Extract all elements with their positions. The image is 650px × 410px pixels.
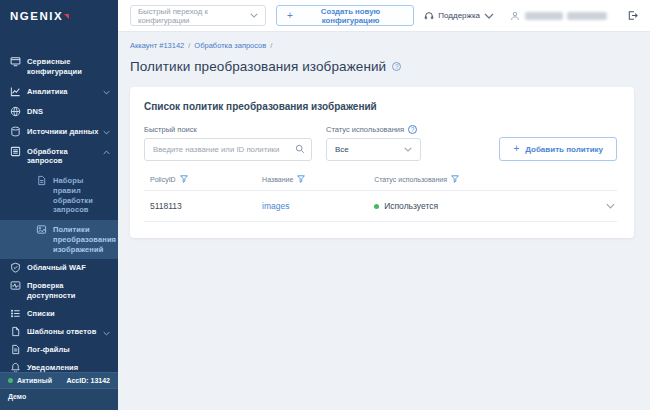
breadcrumb-account-link[interactable]: Аккаунт #13142 bbox=[130, 41, 184, 50]
plus-icon: + bbox=[513, 144, 519, 154]
sidebar-item-notifications[interactable]: Уведомления bbox=[0, 359, 118, 372]
user-icon bbox=[510, 7, 520, 25]
sidebar: NGENIX Сервисные конфигурации Аналитика … bbox=[0, 0, 118, 410]
help-icon[interactable]: ? bbox=[392, 62, 401, 71]
brand-logo[interactable]: NGENIX bbox=[0, 0, 118, 32]
chevron-down-icon bbox=[484, 11, 494, 21]
globe-icon bbox=[10, 106, 21, 117]
sidebar-item-data-sources[interactable]: Источники данных bbox=[0, 122, 118, 142]
account-status-row: Активный AccID: 13142 bbox=[0, 372, 118, 388]
sidebar-item-service-configs[interactable]: Сервисные конфигурации bbox=[0, 52, 118, 82]
chart-icon bbox=[10, 86, 21, 97]
chevron-down-icon bbox=[103, 130, 110, 135]
quick-search-group: Быстрый поиск bbox=[144, 125, 312, 161]
column-header-policyid: PolicyID bbox=[150, 176, 176, 183]
create-config-button[interactable]: + Создать новую конфигурацию bbox=[276, 5, 414, 26]
status-filter-value: Все bbox=[335, 145, 349, 154]
add-policy-label: Добавить политику bbox=[525, 145, 603, 154]
account-status-label: Активный bbox=[17, 377, 52, 384]
sidebar-item-dns[interactable]: DNS bbox=[0, 102, 118, 122]
sidebar-item-image-policies[interactable]: Политики преобразования изображений bbox=[0, 220, 118, 259]
content-area: Аккаунт #13142 / Обработка запросов / По… bbox=[118, 32, 650, 410]
breadcrumb: Аккаунт #13142 / Обработка запросов / bbox=[130, 41, 634, 50]
topbar-right: Поддержка bbox=[424, 7, 638, 25]
sidebar-footer-fill bbox=[0, 404, 118, 410]
create-config-label: Создать новую конфигурацию bbox=[298, 7, 404, 25]
chevron-down-icon bbox=[103, 90, 110, 95]
status-filter-label: Статус использования bbox=[326, 125, 404, 134]
image-icon bbox=[36, 224, 47, 235]
headset-icon bbox=[424, 7, 434, 25]
policies-card: Список политик преобразования изображени… bbox=[130, 87, 634, 238]
status-dot-icon bbox=[8, 378, 13, 383]
plus-icon: + bbox=[287, 11, 293, 21]
add-policy-button[interactable]: + Добавить политику bbox=[499, 137, 617, 161]
column-header-status: Статус использования bbox=[374, 176, 447, 183]
table-header-row: PolicyID Название Статус использования bbox=[144, 175, 617, 190]
brand-logo-text: NGENIX bbox=[10, 10, 63, 22]
topbar: Быстрый переход к конфигурации + Создать… bbox=[118, 0, 650, 32]
bell-icon bbox=[10, 362, 21, 372]
chevron-down-icon bbox=[250, 13, 258, 18]
database-icon bbox=[10, 126, 21, 137]
sidebar-item-rulesets[interactable]: Наборы правил обработки запросов bbox=[0, 171, 118, 220]
environment-label: Демо bbox=[8, 393, 26, 400]
row-expand-chevron-icon[interactable] bbox=[606, 203, 617, 209]
breadcrumb-request-processing-link[interactable]: Обработка запросов bbox=[194, 41, 266, 50]
sidebar-item-request-processing[interactable]: Обработка запросов bbox=[0, 142, 118, 172]
app-window: NGENIX Сервисные конфигурации Аналитика … bbox=[0, 0, 650, 410]
status-help-icon[interactable]: ? bbox=[408, 125, 417, 134]
breadcrumb-separator: / bbox=[188, 41, 190, 50]
environment-row[interactable]: Демо bbox=[0, 388, 118, 404]
quick-search-label: Быстрый поиск bbox=[144, 125, 312, 134]
card-heading: Список политик преобразования изображени… bbox=[144, 101, 617, 112]
policy-name-link[interactable]: images bbox=[262, 201, 289, 211]
chevron-down-icon bbox=[103, 331, 110, 336]
ruleset-icon bbox=[36, 175, 47, 186]
file-icon bbox=[10, 344, 21, 355]
policies-table: PolicyID Название Статус использования bbox=[144, 175, 617, 222]
main-column: Быстрый переход к конфигурации + Создать… bbox=[118, 0, 650, 410]
page-title: Политики преобразования изображений bbox=[130, 59, 386, 74]
account-id: AccID: 13142 bbox=[66, 377, 110, 384]
breadcrumb-separator: / bbox=[270, 41, 272, 50]
status-filter-select[interactable]: Все bbox=[326, 138, 421, 161]
request-processing-icon bbox=[10, 146, 21, 157]
support-menu[interactable]: Поддержка bbox=[424, 7, 494, 25]
sidebar-item-lists[interactable]: Списки bbox=[0, 305, 118, 323]
sidebar-item-log-files[interactable]: Лог-файлы bbox=[0, 341, 118, 359]
quick-config-placeholder: Быстрый переход к конфигурации bbox=[138, 7, 250, 25]
filter-funnel-icon[interactable] bbox=[297, 175, 305, 183]
sidebar-footer: Активный AccID: 13142 Демо bbox=[0, 372, 118, 410]
chevron-down-icon bbox=[404, 147, 412, 152]
availability-icon bbox=[10, 280, 21, 291]
sidebar-nav: Сервисные конфигурации Аналитика DNS Ист… bbox=[0, 32, 118, 372]
search-input[interactable] bbox=[144, 138, 312, 161]
search-icon bbox=[295, 144, 305, 154]
cell-status: Используется bbox=[384, 201, 438, 211]
table-row: 5118113 images Используется bbox=[144, 190, 617, 222]
brand-logo-accent-icon bbox=[64, 14, 69, 19]
filter-row: Быстрый поиск Статус использования ? Все bbox=[144, 125, 617, 161]
list-icon bbox=[10, 308, 21, 319]
filter-funnel-icon[interactable] bbox=[451, 175, 459, 183]
user-name-redacted bbox=[525, 12, 607, 20]
cell-policy-id: 5118113 bbox=[150, 201, 262, 211]
status-dot-icon bbox=[374, 204, 379, 209]
sidebar-item-response-templates[interactable]: Шаблоны ответов bbox=[0, 323, 118, 341]
quick-config-select[interactable]: Быстрый переход к конфигурации bbox=[130, 5, 266, 26]
logout-button[interactable] bbox=[627, 10, 638, 21]
filter-funnel-icon[interactable] bbox=[180, 175, 188, 183]
status-filter-group: Статус использования ? Все bbox=[326, 125, 421, 161]
sidebar-item-availability-check[interactable]: Проверка доступности bbox=[0, 277, 118, 305]
chevron-up-icon bbox=[103, 150, 110, 155]
user-menu[interactable] bbox=[510, 7, 607, 25]
shield-icon bbox=[10, 262, 21, 273]
page-title-row: Политики преобразования изображений ? bbox=[130, 59, 634, 74]
monitor-icon bbox=[10, 56, 21, 67]
column-header-name: Название bbox=[262, 176, 293, 183]
sidebar-item-cloud-waf[interactable]: Облачный WAF bbox=[0, 259, 118, 277]
support-label: Поддержка bbox=[438, 11, 480, 20]
sidebar-item-analytics[interactable]: Аналитика bbox=[0, 82, 118, 102]
template-icon bbox=[10, 326, 21, 337]
